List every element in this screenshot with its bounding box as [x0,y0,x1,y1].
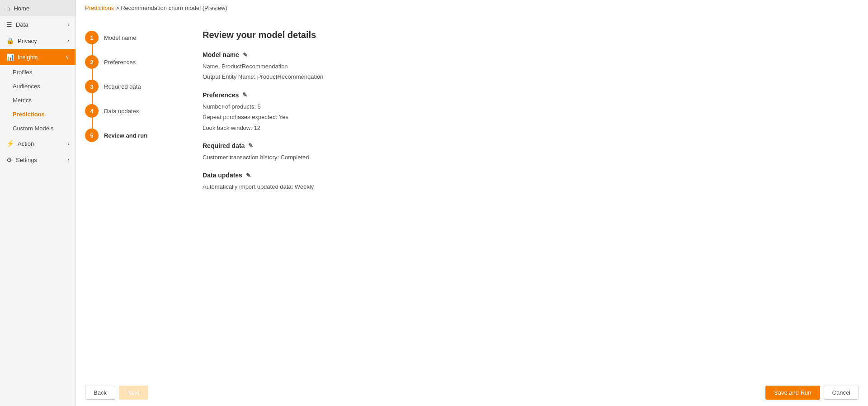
privacy-chevron-icon: ‹ [67,38,69,43]
model-name-detail: Name: ProductRecommendation Output Entit… [203,61,845,82]
sidebar-item-data[interactable]: ☰ Data ‹ [0,16,75,33]
action-icon: ⚡ [6,140,14,147]
insights-chevron-icon: ∨ [66,54,69,60]
preferences-detail: Number of products: 5 Repeat purchases e… [203,101,845,133]
footer-buttons-right: Save and Run Cancel [765,386,859,400]
model-name-header: Model name ✎ [203,51,845,58]
step-5-label: Review and run [104,132,147,139]
sidebar-sub-item-profiles[interactable]: Profiles [0,65,75,79]
step-5-circle: 5 [85,129,99,142]
next-button[interactable]: Next [119,386,148,400]
step-2-label: Preferences [104,59,136,66]
step-3-label: Required data [104,83,141,90]
step-5: 5 Review and run [85,123,175,148]
required-data-edit-icon[interactable]: ✎ [248,142,253,149]
insights-icon: 📊 [6,53,14,61]
review-panel: Review your model details Model name ✎ N… [189,25,859,370]
required-data-header: Required data ✎ [203,142,845,149]
preferences-edit-icon[interactable]: ✎ [242,91,247,98]
back-button[interactable]: Back [85,386,115,400]
preferences-header: Preferences ✎ [203,91,845,99]
breadcrumb-predictions-link[interactable]: Predictions [85,5,114,11]
sidebar-sub-item-custom-models[interactable]: Custom Models [0,121,75,135]
data-updates-detail: Automatically import updated data: Weekl… [203,182,845,192]
required-data-detail: Customer transaction history: Completed [203,152,845,162]
step-4-circle: 4 [85,104,99,118]
action-chevron-icon: ‹ [67,141,69,146]
sidebar: ⌂ Home ☰ Data ‹ 🔒 Privacy ‹ 📊 Insights ∨… [0,0,76,406]
preferences-section: Preferences ✎ Number of products: 5 Repe… [203,91,845,133]
model-name-edit-icon[interactable]: ✎ [243,52,248,58]
step-2: 2 Preferences [85,50,175,74]
settings-chevron-icon: ‹ [67,157,69,162]
privacy-icon: 🔒 [6,37,14,44]
content-area: 1 Model name 2 Preferences 3 Required da… [76,16,868,379]
step-1: 1 Model name [85,25,175,50]
sidebar-sub-item-metrics[interactable]: Metrics [0,93,75,107]
main-content: Predictions > Recommendation churn model… [76,0,868,406]
sidebar-sub-item-predictions[interactable]: Predictions [0,107,75,121]
data-updates-header: Data updates ✎ [203,172,845,179]
sidebar-item-privacy[interactable]: 🔒 Privacy ‹ [0,33,75,49]
review-title: Review your model details [203,30,845,40]
step-1-circle: 1 [85,31,99,44]
sidebar-item-insights[interactable]: 📊 Insights ∨ [0,49,75,65]
step-4: 4 Data updates [85,99,175,123]
step-3: 3 Required data [85,74,175,99]
breadcrumb: Predictions > Recommendation churn model… [76,0,868,16]
model-name-section: Model name ✎ Name: ProductRecommendation… [203,51,845,82]
sidebar-item-action[interactable]: ⚡ Action ‹ [0,135,75,152]
steps-panel: 1 Model name 2 Preferences 3 Required da… [85,25,175,370]
sidebar-item-settings[interactable]: ⚙ Settings ‹ [0,152,75,168]
step-1-label: Model name [104,34,137,41]
data-chevron-icon: ‹ [67,22,69,27]
step-2-circle: 2 [85,55,99,69]
settings-icon: ⚙ [6,156,12,163]
step-3-circle: 3 [85,80,99,93]
step-4-label: Data updates [104,108,139,115]
footer-buttons-left: Back Next [85,386,148,400]
cancel-button[interactable]: Cancel [824,386,859,400]
data-icon: ☰ [6,21,12,28]
sidebar-sub-item-audiences[interactable]: Audiences [0,79,75,93]
save-run-button[interactable]: Save and Run [765,386,820,400]
required-data-section: Required data ✎ Customer transaction his… [203,142,845,162]
sidebar-item-home[interactable]: ⌂ Home [0,0,75,16]
data-updates-edit-icon[interactable]: ✎ [246,172,251,179]
footer-bar: Back Next Save and Run Cancel [76,379,868,406]
home-icon: ⌂ [6,5,10,12]
data-updates-section: Data updates ✎ Automatically import upda… [203,172,845,192]
